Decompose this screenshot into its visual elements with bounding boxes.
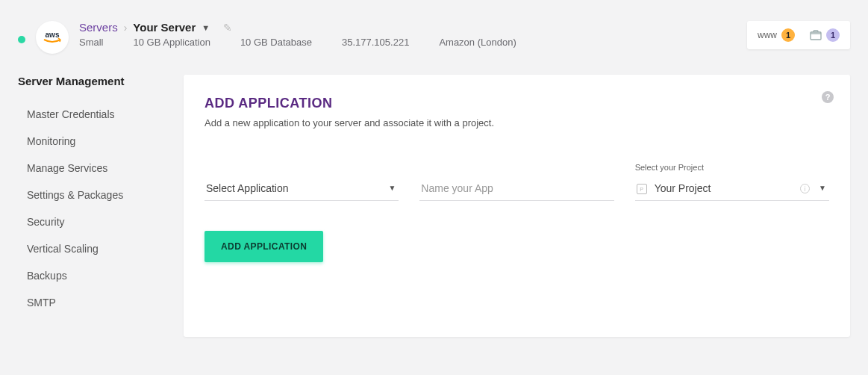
server-size: Small [79, 37, 104, 48]
add-application-button[interactable]: ADD APPLICATION [204, 231, 323, 262]
card-subtitle: Add a new application to your server and… [204, 117, 829, 128]
server-status-dot [18, 36, 25, 43]
project-label: Select your Project [635, 163, 829, 172]
server-meta-row: Small 10 GB Application 10 GB Database 3… [79, 37, 516, 48]
server-dropdown-caret-icon[interactable]: ▼ [202, 23, 210, 32]
sidebar-item-smtp[interactable]: SMTP [18, 289, 172, 316]
projects-icon [810, 30, 822, 40]
breadcrumb-sep-icon: › [124, 22, 128, 34]
content-area: Server Management Master Credentials Mon… [0, 75, 868, 355]
edit-server-name-icon[interactable]: ✎ [223, 22, 232, 34]
sidebar: Server Management Master Credentials Mon… [18, 75, 172, 337]
project-info-icon[interactable]: i [800, 184, 810, 193]
card-title: ADD APPLICATION [204, 96, 829, 111]
name-app-field[interactable] [419, 176, 613, 201]
name-app-input[interactable] [419, 176, 613, 201]
sidebar-heading: Server Management [18, 75, 172, 87]
header-pill-card: www 1 1 [747, 21, 850, 49]
breadcrumb: Servers › Your Server ▼ ✎ [79, 21, 516, 34]
sidebar-item-master-credentials[interactable]: Master Credentials [18, 101, 172, 128]
select-application-input[interactable] [204, 176, 399, 201]
www-badge: 1 [781, 28, 795, 42]
www-pill[interactable]: www 1 [758, 28, 795, 42]
select-application-field[interactable]: ▼ [204, 176, 399, 201]
aws-logo-icon: aws [40, 30, 65, 45]
sidebar-item-security[interactable]: Security [18, 208, 172, 235]
sidebar-item-backups[interactable]: Backups [18, 262, 172, 289]
breadcrumb-servers-link[interactable]: Servers [79, 21, 118, 34]
help-icon[interactable]: ? [822, 91, 834, 103]
server-app-disk: 10 GB Application [134, 37, 210, 48]
projects-pill[interactable]: 1 [810, 28, 840, 42]
sidebar-item-monitoring[interactable]: Monitoring [18, 128, 172, 155]
sidebar-item-vertical-scaling[interactable]: Vertical Scaling [18, 235, 172, 262]
server-ip: 35.177.105.221 [342, 37, 409, 48]
select-project-field[interactable]: Select your Project P Your Project i ▼ [635, 163, 829, 201]
main-card: ? ADD APPLICATION Add a new application … [184, 75, 850, 337]
www-label: www [758, 30, 777, 40]
sidebar-item-manage-services[interactable]: Manage Services [18, 155, 172, 182]
sidebar-item-settings-packages[interactable]: Settings & Packages [18, 182, 172, 208]
header-right: www 1 1 [747, 21, 850, 49]
projects-badge: 1 [826, 28, 840, 42]
page-header: aws Servers › Your Server ▼ ✎ Small 10 G… [0, 0, 868, 61]
select-application-caret-icon: ▼ [388, 184, 396, 192]
provider-logo: aws [36, 21, 69, 54]
header-info: Servers › Your Server ▼ ✎ Small 10 GB Ap… [79, 21, 516, 48]
svg-text:aws: aws [46, 31, 60, 39]
form-row: ▼ Select your Project P Your Project i ▼ [204, 163, 829, 201]
server-db-disk: 10 GB Database [240, 37, 312, 48]
server-provider: Amazon (London) [439, 37, 516, 48]
project-caret-icon: ▼ [819, 184, 826, 192]
breadcrumb-current: Your Server [133, 21, 196, 34]
header-left: aws Servers › Your Server ▼ ✎ Small 10 G… [18, 21, 516, 54]
